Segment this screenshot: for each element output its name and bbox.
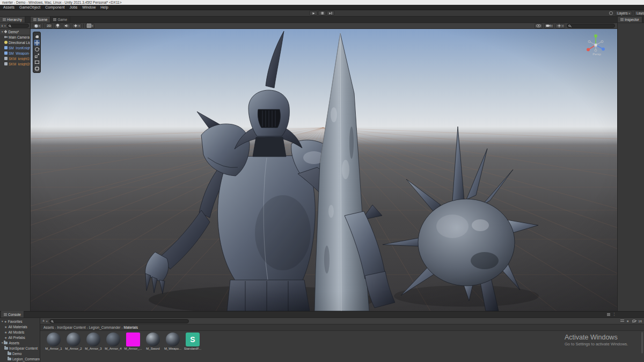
tab-inspector[interactable]: Inspector bbox=[618, 17, 642, 23]
layout-dropdown[interactable]: Layout bbox=[634, 11, 644, 16]
scene-tabbar: Scene Game bbox=[31, 17, 617, 23]
scene-lighting-toggle[interactable] bbox=[54, 24, 61, 28]
rotate-tool-icon[interactable] bbox=[34, 46, 40, 52]
folder-ironspear-content[interactable]: IronSpear Content bbox=[0, 345, 40, 351]
scene-viewport[interactable]: Persp bbox=[31, 29, 617, 311]
menu-gameobject[interactable]: GameObject bbox=[19, 5, 40, 9]
menu-bar: Assets GameObject Component Jobs Window … bbox=[0, 5, 644, 10]
folder-legion-commander[interactable]: Legion_Commander bbox=[0, 356, 40, 361]
console-menu-icon[interactable] bbox=[607, 313, 610, 316]
search-icon bbox=[51, 320, 53, 322]
favorite-all-materials[interactable]: ★ All Materials bbox=[0, 324, 40, 329]
create-asset-button[interactable]: + bbox=[42, 319, 45, 323]
menu-window[interactable]: Window bbox=[82, 5, 96, 9]
rect-tool-icon[interactable] bbox=[34, 59, 40, 65]
gizmos-dropdown[interactable]: ▾ bbox=[555, 24, 565, 28]
effects-star-icon bbox=[74, 24, 78, 28]
foldout-icon[interactable]: ▼ bbox=[1, 320, 3, 323]
favorite-label: All Prefabs bbox=[8, 336, 25, 339]
tab-console[interactable]: Console bbox=[1, 311, 24, 317]
saved-search-star-icon[interactable]: ★ bbox=[626, 319, 629, 323]
hierarchy-item-sm-ironknight[interactable]: SM_IronKnight › bbox=[0, 45, 30, 50]
scene-search-input[interactable] bbox=[567, 24, 615, 28]
gizmo-perspective-label[interactable]: Persp bbox=[584, 53, 610, 56]
material-tile[interactable]: M_Armor_4 bbox=[104, 333, 122, 350]
material-tile[interactable]: M_Sword bbox=[144, 333, 162, 350]
2d-toggle-button[interactable]: 2D bbox=[46, 24, 53, 28]
favorite-all-prefabs[interactable]: ★ All Prefabs bbox=[0, 335, 40, 340]
breadcrumb-assets[interactable]: Assets bbox=[43, 326, 54, 329]
account-icon[interactable] bbox=[609, 11, 613, 15]
window-titlebar[interactable]: nverter - Demo - Windows, Mac, Linux - U… bbox=[0, 0, 644, 5]
menu-jobs[interactable]: Jobs bbox=[70, 5, 78, 9]
move-tool-icon[interactable] bbox=[34, 40, 40, 46]
hierarchy-item-label: SKM_knight19 bbox=[9, 57, 30, 61]
scene-camera-dropdown[interactable]: ▾ bbox=[544, 24, 554, 28]
hierarchy-toolbar: + ▾ bbox=[0, 23, 30, 29]
foldout-icon[interactable]: ▼ bbox=[1, 31, 3, 33]
play-button[interactable] bbox=[310, 11, 318, 16]
project-scrollbar[interactable] bbox=[641, 332, 643, 353]
tab-game[interactable]: Game bbox=[50, 17, 70, 23]
layers-dropdown[interactable]: Layers ▾ bbox=[615, 11, 632, 16]
material-tile[interactable]: M_Armor_1 bbox=[45, 333, 63, 350]
breadcrumb-materials[interactable]: Materials bbox=[124, 326, 138, 329]
layers-label: Layers bbox=[617, 11, 628, 16]
breadcrumb-legion-commander[interactable]: Legion_Commander bbox=[89, 326, 121, 329]
project-search-input[interactable] bbox=[49, 319, 189, 323]
chevron-down-icon: ▾ bbox=[628, 11, 630, 16]
pause-button[interactable] bbox=[318, 11, 326, 16]
transform-tool-icon[interactable] bbox=[34, 65, 40, 71]
favorite-all-models[interactable]: ★ All Models bbox=[0, 329, 40, 335]
material-tile[interactable]: M_Weapo... bbox=[164, 333, 182, 350]
hierarchy-search-input[interactable] bbox=[7, 24, 29, 28]
foldout-icon[interactable]: ▼ bbox=[1, 342, 3, 344]
breadcrumb-separator-icon: › bbox=[87, 326, 88, 329]
material-tile[interactable]: S StandardF... bbox=[184, 333, 202, 350]
tab-hierarchy[interactable]: Hierarchy bbox=[0, 17, 25, 23]
step-button[interactable] bbox=[327, 11, 335, 16]
search-icon bbox=[9, 25, 11, 27]
hierarchy-item-directional-light[interactable]: Directional Light bbox=[0, 40, 30, 45]
hierarchy-item-main-camera[interactable]: Main Camera bbox=[0, 34, 30, 40]
grid-visibility-dropdown[interactable]: ▾ bbox=[85, 24, 95, 28]
hierarchy-item-label: SM_Weapon_2 bbox=[9, 51, 30, 55]
create-button[interactable]: + bbox=[1, 24, 3, 28]
draw-mode-dropdown[interactable]: ▾ bbox=[33, 24, 42, 28]
tab-scene[interactable]: Scene bbox=[31, 17, 50, 23]
hidden-packages-icon[interactable] bbox=[632, 320, 636, 322]
hierarchy-item-sm-weapon-2[interactable]: SM_Weapon_2 › bbox=[0, 50, 30, 56]
folder-label: Demo bbox=[12, 352, 21, 356]
scale-tool-icon[interactable] bbox=[34, 53, 40, 58]
assets-header[interactable]: ▼ Assets bbox=[0, 340, 40, 345]
breadcrumb-ironspear-content[interactable]: IronSpear Content bbox=[57, 326, 86, 329]
more-options-icon[interactable]: ⋮ bbox=[612, 312, 616, 316]
unity-editor-window: nverter - Demo - Windows, Mac, Linux - U… bbox=[0, 0, 644, 362]
view-hand-tool-icon[interactable] bbox=[34, 33, 40, 39]
prefab-open-arrow-icon[interactable]: › bbox=[28, 46, 30, 49]
hierarchy-scene-row[interactable]: ▼ Demo* bbox=[0, 29, 30, 34]
star-icon: ★ bbox=[4, 320, 6, 323]
search-filter-icon[interactable] bbox=[620, 320, 624, 323]
folder-demo[interactable]: Demo bbox=[0, 351, 40, 356]
material-tile[interactable]: M_Armor_... bbox=[124, 333, 142, 350]
hierarchy-item-label: SM_IronKnight bbox=[9, 46, 30, 50]
menu-help[interactable]: Help bbox=[100, 5, 108, 9]
material-tile[interactable]: M_Armor_3 bbox=[84, 333, 103, 350]
scene-audio-toggle[interactable] bbox=[63, 24, 70, 28]
menu-assets[interactable]: Assets bbox=[3, 5, 14, 9]
prefab-open-arrow-icon[interactable]: › bbox=[28, 51, 30, 55]
favorites-header[interactable]: ▼ ★ Favorites bbox=[0, 319, 40, 324]
material-tile[interactable]: M_Armor_2 bbox=[64, 333, 83, 350]
window-title: nverter - Demo - Windows, Mac, Linux - U… bbox=[2, 1, 121, 4]
scene-orientation-gizmo[interactable]: Persp bbox=[584, 32, 610, 56]
grid-icon bbox=[87, 24, 91, 28]
hierarchy-item-skm-knight19[interactable]: SKM_knight19 bbox=[0, 56, 30, 61]
menu-component[interactable]: Component bbox=[45, 5, 64, 9]
scene-visibility-toggle[interactable] bbox=[535, 24, 543, 28]
scene-effects-dropdown[interactable]: ▾ bbox=[72, 24, 82, 28]
scene-tab-label: Scene bbox=[38, 18, 47, 21]
favorites-label: Favorites bbox=[8, 320, 23, 323]
step-bar-icon bbox=[331, 12, 332, 14]
hierarchy-item-skm-knight20[interactable]: SKM_knight20 bbox=[0, 61, 30, 67]
